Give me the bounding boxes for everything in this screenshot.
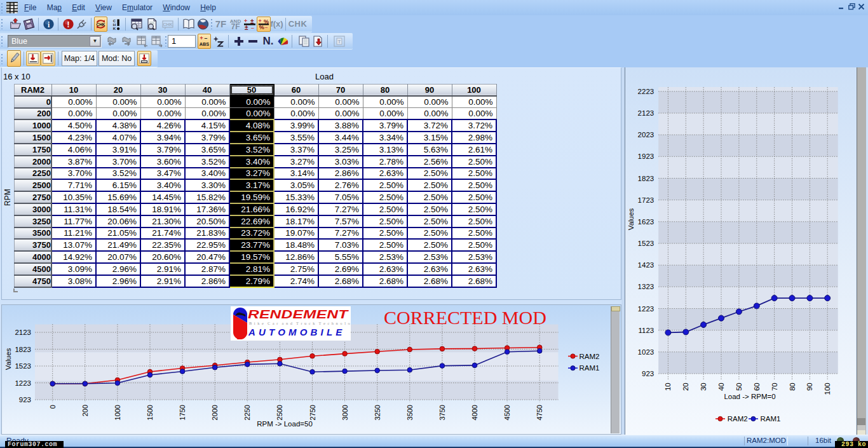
svg-text:1823: 1823 xyxy=(15,346,31,353)
svg-text:40: 40 xyxy=(717,383,725,391)
svg-text:10: 10 xyxy=(664,383,672,391)
svg-text:60: 60 xyxy=(752,383,760,391)
svg-text:–: – xyxy=(264,24,268,30)
svg-text:%: % xyxy=(264,18,269,24)
svg-text:T: T xyxy=(337,39,341,44)
svg-text:1923: 1923 xyxy=(637,153,654,160)
svg-text:2023: 2023 xyxy=(637,131,654,139)
svg-text:1423: 1423 xyxy=(637,261,654,269)
svg-text:1323: 1323 xyxy=(637,283,654,290)
svg-text:1723: 1723 xyxy=(637,196,654,204)
svg-text:3500: 3500 xyxy=(406,405,414,420)
svg-text:1023: 1023 xyxy=(637,348,654,356)
svg-text:2750: 2750 xyxy=(309,405,316,420)
svg-text:1123: 1123 xyxy=(638,327,654,334)
svg-text:RAM1: RAM1 xyxy=(580,364,600,372)
svg-text:2500: 2500 xyxy=(276,405,283,420)
svg-text:RAM2: RAM2 xyxy=(580,353,600,360)
svg-text:Load -> RPM=0: Load -> RPM=0 xyxy=(724,393,775,400)
svg-text:Values: Values xyxy=(4,348,12,370)
svg-text:100: 100 xyxy=(824,383,831,395)
svg-text:–: – xyxy=(251,24,254,31)
svg-text:4000: 4000 xyxy=(471,405,478,420)
svg-text:%: % xyxy=(259,24,264,31)
svg-text:4500: 4500 xyxy=(503,405,511,420)
svg-text:+: + xyxy=(258,18,261,24)
svg-text:RAM2: RAM2 xyxy=(727,415,747,423)
svg-text:CHK: CHK xyxy=(96,22,105,27)
svg-text:–: – xyxy=(205,35,208,41)
svg-text:50: 50 xyxy=(735,383,742,391)
svg-text:2123: 2123 xyxy=(15,329,31,336)
svg-text:2000: 2000 xyxy=(211,405,219,420)
svg-text:80: 80 xyxy=(788,383,796,391)
svg-text:1223: 1223 xyxy=(637,305,654,313)
svg-text:30: 30 xyxy=(700,383,707,391)
svg-text:+: + xyxy=(200,35,203,41)
svg-text:2223: 2223 xyxy=(637,88,654,95)
svg-text:2123: 2123 xyxy=(637,109,654,117)
svg-text:3750: 3750 xyxy=(438,405,446,420)
svg-text:3000: 3000 xyxy=(341,405,349,420)
svg-text:4750: 4750 xyxy=(536,405,543,420)
svg-text:2250: 2250 xyxy=(243,405,251,420)
svg-text:CHK: CHK xyxy=(163,22,172,27)
svg-text:RAM1: RAM1 xyxy=(760,415,780,423)
svg-text:1523: 1523 xyxy=(637,240,654,247)
svg-text:Values: Values xyxy=(627,208,635,231)
svg-text:923: 923 xyxy=(642,370,654,377)
svg-text:1623: 1623 xyxy=(637,218,654,226)
svg-text:1823: 1823 xyxy=(637,175,654,182)
svg-text:1500: 1500 xyxy=(146,405,154,420)
svg-text:±: ± xyxy=(245,24,248,31)
svg-text:K: K xyxy=(113,25,116,30)
svg-text:!: ! xyxy=(67,20,69,29)
svg-text:RPM -> Load=50: RPM -> Load=50 xyxy=(257,420,313,428)
svg-text:1523: 1523 xyxy=(15,362,31,370)
svg-text:90: 90 xyxy=(806,383,813,391)
svg-text:1000: 1000 xyxy=(114,405,121,420)
svg-text:0: 0 xyxy=(49,405,57,409)
svg-text:1223: 1223 xyxy=(15,379,31,387)
svg-text:3250: 3250 xyxy=(374,405,381,420)
svg-text:ABS: ABS xyxy=(200,41,210,46)
svg-text:70: 70 xyxy=(770,383,778,391)
svg-text:923: 923 xyxy=(19,396,31,404)
svg-text:20: 20 xyxy=(682,383,689,391)
svg-text:±: ± xyxy=(250,17,254,24)
svg-text:+: + xyxy=(244,18,247,24)
svg-text:1750: 1750 xyxy=(179,405,186,420)
svg-text:200: 200 xyxy=(81,405,89,416)
